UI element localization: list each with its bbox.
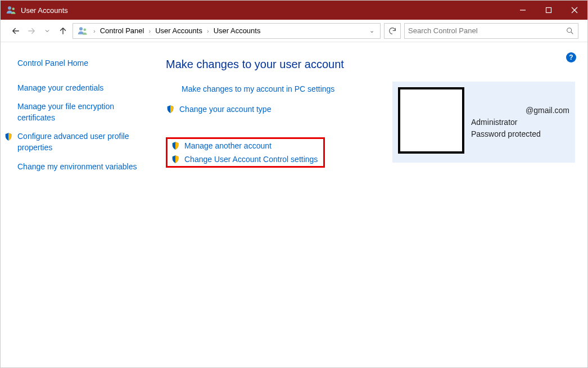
- sidebar-item-profile[interactable]: Configure advanced user profile properti…: [17, 131, 141, 153]
- highlighted-section: Manage another account Change User Accou…: [166, 137, 325, 168]
- account-info: @gmail.com Administrator Password protec…: [471, 87, 569, 157]
- sidebar: Control Panel Home Manage your credentia…: [1, 42, 152, 367]
- arrow-right-icon: [26, 26, 37, 36]
- main-panel: Make changes to your user account Make c…: [152, 42, 587, 367]
- breadcrumb-item[interactable]: User Accounts: [154, 26, 203, 35]
- chevron-down-icon: [44, 28, 51, 34]
- breadcrumb-dropdown[interactable]: ⌄: [369, 27, 378, 34]
- link-label: Change your account type: [179, 105, 271, 114]
- window-title: User Accounts: [21, 6, 510, 15]
- link-label: Change User Account Control settings: [184, 155, 318, 164]
- breadcrumb-item[interactable]: Control Panel: [99, 26, 146, 35]
- svg-point-8: [567, 28, 572, 32]
- user-accounts-small-icon: [78, 26, 88, 36]
- close-icon: [571, 7, 578, 14]
- forward-button[interactable]: [25, 25, 38, 37]
- link-manage-other[interactable]: Manage another account: [171, 141, 318, 150]
- shield-icon: [166, 105, 175, 114]
- search-input[interactable]: [408, 26, 566, 35]
- titlebar: User Accounts: [1, 1, 587, 20]
- address-bar: › Control Panel › User Accounts › User A…: [1, 20, 587, 42]
- refresh-icon: [388, 26, 397, 35]
- link-label: Manage another account: [184, 141, 272, 150]
- back-button[interactable]: [10, 25, 22, 37]
- help-button[interactable]: ?: [566, 52, 576, 62]
- account-protection: Password protected: [471, 128, 569, 140]
- up-button[interactable]: [57, 25, 69, 37]
- minimize-icon: [519, 7, 526, 14]
- svg-line-9: [571, 32, 573, 34]
- svg-point-7: [84, 28, 87, 31]
- shield-icon: [171, 155, 180, 164]
- breadcrumb[interactable]: › Control Panel › User Accounts › User A…: [73, 23, 381, 39]
- breadcrumb-sep: ›: [205, 28, 211, 34]
- search-icon: [566, 26, 575, 35]
- content-area: ? Control Panel Home Manage your credent…: [1, 42, 587, 367]
- sidebar-item-label: Configure advanced user profile properti…: [17, 131, 141, 153]
- link-uac-settings[interactable]: Change User Account Control settings: [171, 155, 318, 164]
- sidebar-item-credentials[interactable]: Manage your credentials: [17, 83, 141, 94]
- shield-icon: [171, 141, 180, 150]
- sidebar-item-label: Change my environment variables: [17, 161, 137, 173]
- user-accounts-icon: [6, 5, 16, 15]
- sidebar-item-label: Manage your file encryption certificates: [17, 101, 141, 123]
- control-panel-home-link[interactable]: Control Panel Home: [17, 58, 141, 69]
- account-role: Administrator: [471, 116, 569, 128]
- window-controls: [510, 1, 587, 20]
- svg-point-0: [8, 6, 11, 10]
- account-card: @gmail.com Administrator Password protec…: [392, 82, 575, 163]
- breadcrumb-sep: ›: [91, 28, 98, 34]
- refresh-button[interactable]: [384, 23, 401, 39]
- arrow-up-icon: [58, 26, 68, 36]
- sidebar-item-label: Manage your credentials: [17, 83, 103, 94]
- recent-dropdown[interactable]: [41, 25, 53, 37]
- search-box[interactable]: [404, 23, 578, 39]
- shield-icon: [4, 132, 13, 141]
- minimize-button[interactable]: [510, 1, 536, 20]
- svg-point-6: [79, 27, 83, 30]
- sidebar-item-label: Control Panel Home: [17, 58, 88, 69]
- sidebar-item-env-vars[interactable]: Change my environment variables: [17, 161, 141, 173]
- breadcrumb-sep: ›: [146, 28, 153, 34]
- maximize-button[interactable]: [536, 1, 562, 20]
- page-title: Make changes to your user account: [166, 58, 574, 71]
- breadcrumb-item[interactable]: User Accounts: [212, 26, 262, 35]
- arrow-left-icon: [11, 26, 21, 36]
- maximize-icon: [545, 7, 552, 14]
- svg-rect-3: [546, 8, 551, 13]
- account-email: @gmail.com: [471, 105, 569, 116]
- sidebar-item-encryption[interactable]: Manage your file encryption certificates: [17, 101, 141, 123]
- avatar: [398, 87, 464, 154]
- svg-point-1: [12, 8, 15, 11]
- link-label: Make changes to my account in PC setting…: [182, 84, 334, 93]
- close-button[interactable]: [562, 1, 587, 20]
